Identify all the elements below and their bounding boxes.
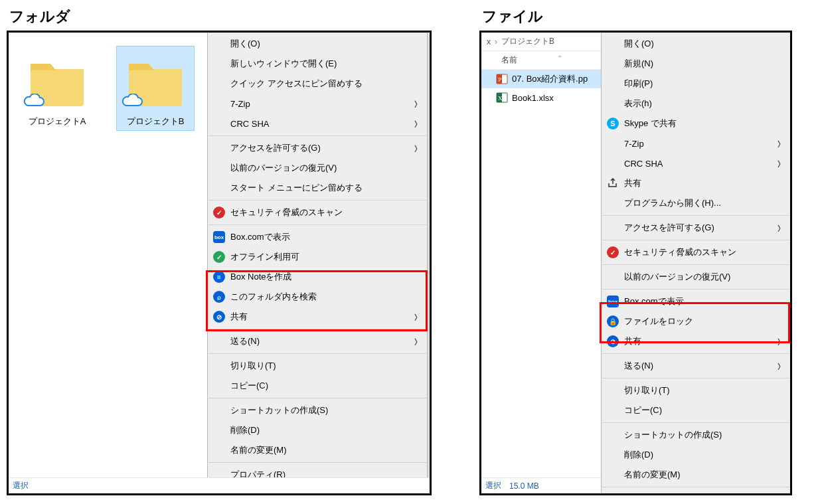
menu-open-with[interactable]: プログラムから開く(H)... [602, 193, 790, 213]
menu-delete[interactable]: 削除(D) [602, 445, 790, 465]
chevron-right-icon: › [414, 307, 418, 327]
menu-send-to[interactable]: 送る(N)› [602, 356, 790, 376]
file-name: Book1.xlsx [512, 93, 554, 103]
shield-icon: ✓ [606, 245, 620, 260]
menu-separator [602, 353, 789, 354]
menu-skype-share[interactable]: SSkype で共有 [602, 114, 790, 133]
menu-send-to[interactable]: 送る(N)› [208, 331, 427, 351]
menu-separator [208, 135, 426, 136]
panel-title-folder: フォルダ [9, 7, 432, 27]
box-icon: box [212, 230, 226, 244]
menu-copy[interactable]: コピー(C) [208, 376, 427, 396]
menu-copy[interactable]: コピー(C) [602, 400, 790, 420]
chevron-right-icon: › [777, 134, 781, 153]
status-selection: 選択 [13, 480, 29, 491]
file-name: 07. Box紹介資料.pp [512, 73, 588, 85]
chevron-right-icon: › [414, 94, 418, 114]
menu-crc-sha[interactable]: CRC SHA› [208, 114, 427, 133]
menu-separator [602, 264, 789, 265]
menu-box-view[interactable]: boxBox.comで表示 [208, 227, 427, 247]
menu-7zip[interactable]: 7-Zip› [602, 133, 790, 153]
menu-separator [208, 353, 426, 354]
menu-rename[interactable]: 名前の変更(M) [602, 465, 790, 485]
menu-grant-access[interactable]: アクセスを許可する(G)› [208, 138, 427, 158]
chevron-right-icon: › [495, 37, 497, 46]
folder-frame: プロジェクトA プロジェクトB 開く(O [7, 31, 432, 495]
menu-separator [208, 329, 426, 329]
menu-open[interactable]: 開く(O) [208, 34, 427, 54]
link-icon: ⊘ [606, 334, 620, 349]
menu-7zip[interactable]: 7-Zip› [208, 94, 427, 114]
menu-separator [602, 289, 789, 290]
menu-create-shortcut[interactable]: ショートカットの作成(S) [208, 400, 427, 420]
chevron-right-icon: › [414, 332, 418, 351]
panel-title-file: ファイル [482, 7, 792, 27]
menu-separator [602, 487, 789, 487]
status-size: 15.0 MB [509, 481, 539, 491]
breadcrumb-current[interactable]: プロジェクトB [501, 36, 554, 47]
folder-item-project-a[interactable]: プロジェクトA [18, 46, 96, 131]
menu-delete[interactable]: 削除(D) [208, 420, 427, 440]
chevron-right-icon: › [777, 154, 781, 173]
note-icon: ≡ [212, 270, 226, 284]
menu-separator [208, 224, 426, 225]
menu-security-scan[interactable]: ✓セキュリティ脅威のスキャン [208, 203, 427, 222]
menu-create-shortcut[interactable]: ショートカットの作成(S) [602, 425, 790, 445]
context-menu-file: 開く(O) 新規(N) 印刷(P) 表示(h) SSkype で共有 7-Zip… [601, 32, 791, 495]
menu-separator [208, 462, 426, 463]
menu-share[interactable]: ⊘共有› [208, 307, 427, 327]
menu-grant-access[interactable]: アクセスを許可する(G)› [602, 218, 790, 238]
folder-label: プロジェクトB [118, 116, 193, 127]
share-icon [606, 176, 620, 191]
menu-print[interactable]: 印刷(P) [602, 74, 790, 94]
context-menu-folder: 開く(O) 新しいウィンドウで開く(E) クイック アクセスにピン留めする 7-… [207, 32, 428, 487]
menu-security-scan[interactable]: ✓セキュリティ脅威のスキャン [602, 242, 790, 262]
menu-view[interactable]: 表示(h) [602, 94, 790, 114]
menu-properties[interactable]: プロパティ(R) [602, 489, 790, 495]
folder-panel: フォルダ プロジェクトA [7, 7, 432, 495]
menu-open[interactable]: 開く(O) [602, 34, 790, 54]
svg-text:P: P [498, 76, 501, 83]
check-circle-icon: ✓ [212, 250, 226, 264]
menu-separator [602, 240, 789, 240]
chevron-right-icon: › [414, 139, 418, 158]
menu-offline-available[interactable]: ✓オフライン利用可 [208, 247, 427, 267]
menu-separator [602, 215, 789, 216]
menu-share[interactable]: ⊘共有› [602, 331, 790, 351]
menu-os-share[interactable]: 共有 [602, 173, 790, 193]
menu-rename[interactable]: 名前の変更(M) [208, 440, 427, 460]
skype-icon: S [606, 116, 620, 131]
menu-cut[interactable]: 切り取り(T) [208, 356, 427, 376]
svg-text:X: X [498, 95, 503, 102]
status-bar: 選択 [9, 477, 430, 493]
menu-new[interactable]: 新規(N) [602, 54, 790, 74]
lock-icon: 🔒 [606, 314, 620, 329]
file-frame: x › プロジェクトB 名前 ⌃ P 07. Box紹介資料.pp X [479, 31, 792, 495]
cloud-icon [23, 94, 45, 112]
search-icon: ⌕ [212, 290, 226, 304]
shield-icon: ✓ [212, 205, 226, 220]
menu-cut[interactable]: 切り取り(T) [602, 380, 790, 400]
box-icon: box [606, 294, 620, 309]
desktop-area[interactable]: プロジェクトA プロジェクトB [9, 33, 208, 493]
menu-separator [602, 422, 789, 423]
menu-previous-versions[interactable]: 以前のバージョンの復元(V) [208, 158, 427, 178]
folder-item-project-b[interactable]: プロジェクトB [116, 46, 195, 131]
menu-open-new-window[interactable]: 新しいウィンドウで開く(E) [208, 54, 427, 74]
chevron-right-icon: › [414, 114, 418, 133]
chevron-right-icon: › [777, 218, 781, 238]
menu-pin-quick-access[interactable]: クイック アクセスにピン留めする [208, 74, 427, 94]
menu-pin-start[interactable]: スタート メニューにピン留めする [208, 178, 427, 198]
powerpoint-file-icon: P [496, 73, 508, 85]
breadcrumb-fragment: x [487, 37, 491, 46]
menu-crc-sha[interactable]: CRC SHA› [602, 153, 790, 173]
status-selection: 選択 [485, 480, 501, 491]
excel-file-icon: X [496, 92, 508, 104]
menu-box-view[interactable]: boxBox.comで表示 [602, 292, 790, 311]
menu-search-folder[interactable]: ⌕このフォルダ内を検索 [208, 287, 427, 307]
menu-box-note-create[interactable]: ≡Box Noteを作成 [208, 267, 427, 287]
cloud-icon [121, 94, 143, 112]
menu-previous-versions[interactable]: 以前のバージョンの復元(V) [602, 267, 790, 287]
link-icon: ⊘ [212, 309, 226, 324]
menu-lock-file[interactable]: 🔒ファイルをロック [602, 311, 790, 331]
